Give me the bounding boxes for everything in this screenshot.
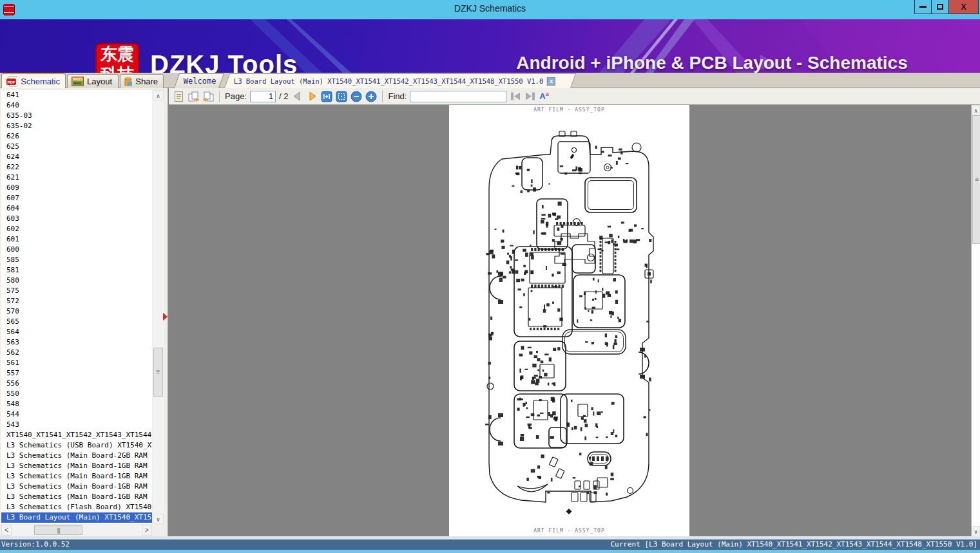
close-button[interactable]: X (949, 0, 979, 14)
previous-page-icon[interactable] (291, 91, 303, 102)
zoom-in-icon[interactable] (365, 91, 377, 102)
scrollbar-thumb[interactable]: ||| (34, 525, 82, 535)
list-item[interactable]: 625 (1, 142, 152, 152)
list-item[interactable]: L3 Schematics (Main Board-1GB RAM and (1, 492, 152, 502)
maximize-button[interactable] (932, 0, 949, 14)
list-item[interactable]: 570 (1, 306, 152, 317)
list-item[interactable]: 548 (1, 399, 152, 409)
list-item[interactable]: 550 (1, 389, 152, 399)
next-page-icon[interactable] (306, 91, 318, 102)
scroll-up-icon[interactable]: ∧ (972, 105, 980, 115)
list-item[interactable]: 609 (1, 183, 152, 193)
list-item[interactable]: 564 (1, 327, 152, 337)
list-item[interactable]: 635-03 (1, 111, 152, 121)
scroll-up-icon[interactable]: ∧ (153, 90, 164, 100)
list-item[interactable]: 580 (1, 276, 152, 286)
toolbar-separator (219, 91, 220, 102)
page-label: Page: (225, 91, 247, 101)
list-item[interactable]: 603 (1, 214, 152, 224)
page-number-input[interactable] (250, 91, 276, 102)
sidebar-horizontal-scrollbar[interactable]: < ||| > (1, 525, 152, 536)
list-item[interactable]: L3 Schematics (Main Board-2GB RAM and (1, 451, 152, 461)
list-item[interactable]: 585 (1, 255, 152, 265)
list-item[interactable]: L3 Board Layout (Main) XT1540_XT1541_X (1, 512, 152, 523)
list-item[interactable]: 572 (1, 296, 152, 306)
minimize-button[interactable] (914, 0, 932, 14)
window-title: DZKJ Schematics (0, 3, 980, 14)
list-item[interactable]: L3 Schematics (Flash Board) XT1540_XT1 (1, 502, 152, 512)
zoom-out-icon[interactable] (351, 91, 362, 102)
svg-text:PDF: PDF (8, 80, 15, 84)
tab-share[interactable]: Share (120, 74, 164, 88)
export-page-icon[interactable] (202, 91, 214, 102)
window-controls: X (914, 0, 979, 14)
page-header-label: ART FILM - ASSY_TOP (449, 107, 689, 113)
find-label: Find: (388, 91, 407, 101)
list-item[interactable]: 565 (1, 317, 152, 327)
status-bar: Version:1.0.0.52 Current [L3 Board Layou… (0, 539, 980, 550)
list-item[interactable]: 563 (1, 337, 152, 348)
list-item[interactable]: L3 Schematics (Main Board-1GB RAM and (1, 461, 152, 471)
scroll-down-icon[interactable]: ∨ (153, 514, 164, 524)
list-item[interactable]: 562 (1, 348, 152, 358)
document-canvas[interactable]: ART FILM - ASSY_TOP ART FILM - ASSY_TOP (169, 105, 971, 536)
scrollbar-thumb[interactable]: ≡ (153, 348, 163, 397)
list-item[interactable]: 641 (1, 90, 152, 100)
list-item[interactable]: 600 (1, 245, 152, 255)
list-item[interactable]: 557 (1, 368, 152, 379)
svg-text:PADS: PADS (73, 77, 82, 81)
list-item[interactable]: 635-02 (1, 121, 152, 131)
list-item[interactable]: L3 Schematics (Main Board-1GB RAM and (1, 471, 152, 482)
list-item[interactable]: L3 Schematics (USB Board) XT1540_XT154 (1, 440, 152, 451)
list-item[interactable]: L3 Schematics (Main Board-1GB RAM and (1, 482, 152, 492)
tab-layout-label: Layout (87, 77, 112, 86)
list-item[interactable]: XT1540_XT1541_XT1542_XT1543_XT1544_XT1 (1, 430, 152, 440)
list-item[interactable]: 544 (1, 409, 152, 420)
minimize-icon (919, 6, 927, 8)
scroll-down-icon[interactable]: ∨ (972, 526, 980, 536)
splitter-collapse-icon[interactable] (163, 313, 168, 321)
tab-board-layout[interactable]: L3 Board Layout (Main) XT1540_XT1541_XT1… (224, 73, 576, 88)
tab-schematic-label: Schematic (21, 77, 60, 86)
scroll-right-icon[interactable]: > (142, 525, 152, 536)
list-item[interactable]: 607 (1, 193, 152, 203)
pdf-page[interactable]: ART FILM - ASSY_TOP ART FILM - ASSY_TOP (449, 105, 689, 536)
list-item[interactable]: 622 (1, 162, 152, 173)
list-item[interactable]: 556 (1, 379, 152, 389)
list-item[interactable]: 581 (1, 265, 152, 276)
snapshot-icon[interactable] (173, 91, 184, 102)
list-item[interactable]: 543 (1, 420, 152, 430)
copy-page-icon[interactable] (187, 91, 199, 102)
pdf-icon: PDF (6, 76, 17, 87)
pdf-toolbar: Page: / 2 Find: (169, 88, 980, 105)
list-item[interactable]: 602 (1, 224, 152, 234)
header-banner: 东震 科技 DZKJ Tools Android + iPhone & PCB … (0, 19, 980, 73)
sidebar-vertical-scrollbar[interactable]: ∧ ≡ ∨ (153, 90, 164, 524)
find-input[interactable] (410, 91, 506, 102)
tab-schematic[interactable]: PDF Schematic (1, 73, 66, 88)
tab-welcome[interactable]: Welcome (174, 73, 224, 88)
scrollbar-thumb[interactable]: ≡ (972, 115, 980, 244)
find-next-icon[interactable] (524, 91, 536, 102)
font-size-icon[interactable]: Aa (539, 91, 548, 101)
current-document-text: Current [L3 Board Layout (Main) XT1540_X… (610, 539, 977, 550)
list-item[interactable]: 601 (1, 234, 152, 245)
brand-logo: 东震 科技 (95, 43, 139, 73)
fit-width-icon[interactable] (321, 91, 332, 102)
find-previous-icon[interactable] (510, 91, 521, 102)
tab-close-icon[interactable]: x (547, 77, 555, 86)
list-item[interactable]: 604 (1, 203, 152, 214)
list-item[interactable]: 621 (1, 173, 152, 183)
version-text: Version:1.0.0.52 (1, 539, 70, 550)
fit-page-icon[interactable] (336, 91, 347, 102)
tab-layout[interactable]: PADS Layout (67, 74, 119, 88)
list-item[interactable]: 624 (1, 152, 152, 162)
main-vertical-scrollbar[interactable]: ∧ ≡ ∨ (971, 105, 980, 536)
list-item[interactable]: 626 (1, 131, 152, 142)
scroll-left-icon[interactable]: < (1, 525, 12, 536)
list-item[interactable]: 561 (1, 358, 152, 368)
logo-text-line1: 东震 (97, 44, 138, 64)
maximize-icon (937, 4, 943, 10)
list-item[interactable]: 575 (1, 286, 152, 296)
list-item[interactable]: 640 (1, 100, 152, 111)
